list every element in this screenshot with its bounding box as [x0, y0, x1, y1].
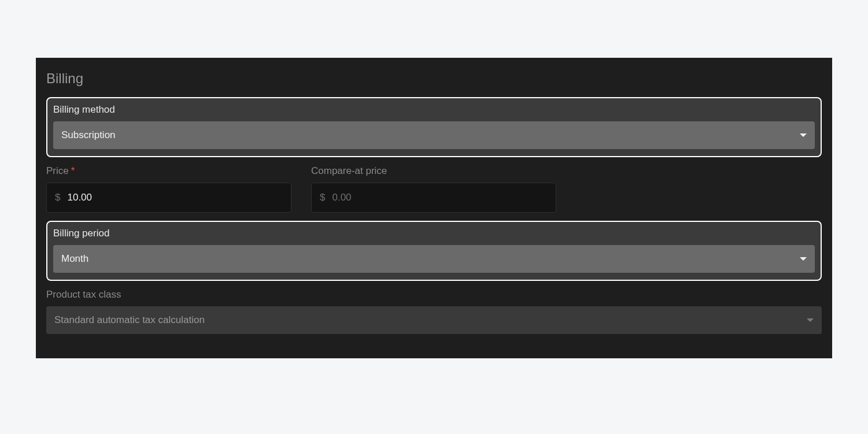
caret-down-icon: [800, 133, 807, 137]
billing-period-select[interactable]: Month: [53, 245, 815, 273]
caret-down-icon: [807, 318, 814, 322]
currency-symbol: $: [320, 192, 325, 203]
billing-period-value: Month: [61, 253, 88, 265]
compare-price-field: Compare-at price $: [311, 165, 556, 213]
price-input[interactable]: [67, 192, 283, 203]
price-row: Price* $ Compare-at price $: [46, 165, 822, 213]
billing-period-label: Billing period: [53, 228, 815, 239]
price-field: Price* $: [46, 165, 291, 213]
billing-method-select[interactable]: Subscription: [53, 121, 815, 149]
caret-down-icon: [800, 257, 807, 261]
price-input-wrap[interactable]: $: [46, 183, 291, 213]
tax-class-value: Standard automatic tax calculation: [54, 314, 205, 326]
price-label: Price*: [46, 165, 291, 177]
billing-period-group: Billing period Month: [46, 221, 822, 281]
panel-title: Billing: [46, 71, 822, 87]
tax-class-section: Product tax class Standard automatic tax…: [46, 289, 822, 334]
currency-symbol: $: [55, 192, 60, 203]
tax-class-select[interactable]: Standard automatic tax calculation: [46, 306, 822, 334]
billing-panel: Billing Billing method Subscription Pric…: [36, 58, 832, 358]
required-mark: *: [71, 165, 75, 176]
billing-method-label: Billing method: [53, 104, 815, 116]
compare-price-label: Compare-at price: [311, 165, 556, 177]
compare-price-input-wrap[interactable]: $: [311, 183, 556, 213]
tax-class-label: Product tax class: [46, 289, 822, 301]
compare-price-input[interactable]: [332, 192, 548, 203]
billing-method-value: Subscription: [61, 129, 116, 141]
billing-method-group: Billing method Subscription: [46, 97, 822, 157]
